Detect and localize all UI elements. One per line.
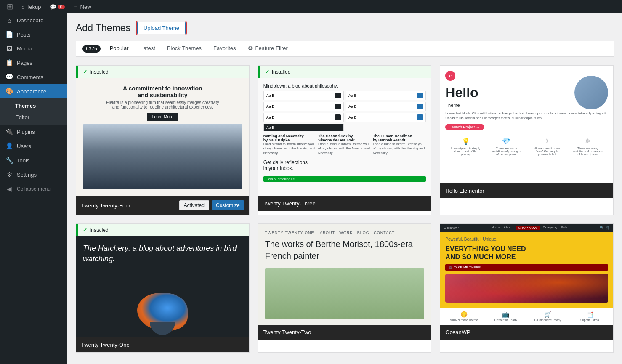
activated-button[interactable]: Activated [179, 200, 209, 210]
ttwo-nav: TWENTY TWENTY-ONE ABOUT WORK BLOG CONTAC… [265, 231, 425, 235]
he-icon-3: ✈ Where does it come from? Contrary to p… [532, 137, 562, 156]
hatchery-bird-image [83, 271, 242, 331]
theme-card-twenty-twenty-four[interactable]: ✓ Installed A commitment to innovationan… [76, 65, 250, 215]
theme-card-twenty-twenty-one[interactable]: ✓ Installed The Hatchery: a blog about a… [76, 223, 250, 353]
pages-icon: 📋 [5, 59, 13, 66]
theme-preview-5: TWENTY TWENTY-ONE ABOUT WORK BLOG CONTAC… [258, 224, 431, 325]
theme-preview-6: OceanWP HomeAbout SHOP NOW CompanySale 🔍… [440, 224, 613, 325]
theme-card-twenty-twenty-two[interactable]: TWENTY TWENTY-ONE ABOUT WORK BLOG CONTAC… [258, 223, 432, 353]
sidebar-item-dashboard[interactable]: ⌂ Dashboard [0, 13, 67, 27]
owp-icon-4: 📑 Superb Extras [569, 311, 610, 321]
theme-card-oceanwp[interactable]: OceanWP HomeAbout SHOP NOW CompanySale 🔍… [440, 223, 614, 353]
hatchery-title: The Hatchery: a blog about adventures in… [83, 243, 242, 264]
ttf-image [83, 124, 242, 189]
sidebar-item-appearance[interactable]: 🎨 Appearance [0, 84, 67, 98]
themes-grid: ✓ Installed A commitment to innovationan… [76, 57, 614, 361]
owp-bottom-icons: 😊 Multi-Purpose Theme 📺 Elementor Ready … [440, 308, 613, 325]
plus-icon: ＋ [73, 3, 79, 11]
cart-icon: 🛒 [544, 311, 551, 318]
collapse-menu[interactable]: ◀ Collapse menu [0, 182, 67, 196]
theme-count-badge[interactable]: 6375 [82, 45, 101, 53]
sidebar-item-media[interactable]: 🖼 Media [0, 42, 67, 56]
ttt-swatch-1: Aa B [263, 91, 344, 100]
installed-banner-4: ✓ Installed [76, 224, 249, 236]
ttt-email-badge: Join our mailing list [263, 176, 426, 182]
ttwo-title: The works of Berthe Morisot, 1800s-era F… [265, 238, 425, 262]
ttt-swatch-3: Aa B [263, 102, 344, 111]
theme-card-hello-elementor[interactable]: e Hello Theme Lorem text block. Click ed… [440, 65, 614, 215]
ttt-newsletter: Get daily reflectionsin your inbox. [263, 159, 426, 171]
sidebar-item-pages[interactable]: 📋 Pages [0, 56, 67, 70]
tab-latest[interactable]: Latest [135, 41, 161, 56]
theme-actions: Activated Customize [179, 200, 244, 210]
settings-icon: ⚙ [5, 171, 13, 178]
theme-name-2: Twenty Twenty-Three [263, 200, 316, 207]
theme-card-twenty-twenty-three[interactable]: ✓ Installed Mindblown: a blog about phil… [258, 65, 432, 215]
appearance-icon: 🎨 [5, 88, 13, 95]
sidebar-item-tools[interactable]: 🔧 Tools [0, 153, 67, 167]
sidebar-item-users[interactable]: 👤 Users [0, 139, 67, 153]
ttt-swatch-7: Aa B [263, 124, 344, 131]
owp-hero-image [445, 274, 608, 303]
ttf-learn-btn: Learn More [147, 113, 178, 121]
media-icon: 🖼 [5, 45, 13, 52]
owp-nav: OceanWP HomeAbout SHOP NOW CompanySale 🔍… [440, 224, 613, 232]
lightbulb-icon: 💡 [462, 137, 470, 145]
theme-footer-4: Twenty Twenty-One [76, 337, 249, 352]
installed-label: Installed [90, 69, 109, 75]
owp-body: Powerful. Beautiful. Unique. EVERYTHING … [440, 232, 613, 308]
owp-cta-btn: 🛒 TAKE ME THERE [445, 264, 608, 271]
ttf-body: Elektra is a pioneering firm that seamle… [83, 100, 242, 109]
he-icon-4: ❄ There are many variations of passages … [573, 137, 603, 156]
plugins-icon: 🔌 [5, 128, 13, 136]
theme-name-5: Twenty Twenty-Two [263, 329, 311, 335]
ttt-header: Mindblown: a blog about philosophy. [263, 83, 426, 88]
he-launch-btn[interactable]: Launch Project → [445, 124, 484, 130]
users-icon: 👤 [5, 142, 13, 150]
theme-preview-4: The Hatchery: a blog about adventures in… [76, 236, 249, 337]
customize-button[interactable]: Customize [212, 200, 244, 210]
theme-name-6: OceanWP [445, 329, 470, 335]
ttwo-image [265, 268, 425, 319]
sidebar-item-plugins[interactable]: 🔌 Plugins [0, 125, 67, 139]
tab-popular[interactable]: Popular [104, 41, 135, 56]
theme-footer-3: Hello Elementor [440, 183, 613, 198]
he-body: Lorem text block. Click edit button to c… [445, 111, 608, 120]
upload-theme-button[interactable]: Upload Theme [137, 22, 186, 34]
tab-block-themes[interactable]: Block Themes [161, 41, 207, 56]
theme-footer-2: Twenty Twenty-Three [258, 196, 431, 211]
elementor-icon: 📺 [502, 311, 509, 318]
tab-feature-filter[interactable]: ⚙ Feature Filter [242, 41, 294, 56]
adminbar-comments-link[interactable]: 💬 0 [46, 0, 68, 13]
ttt-palette: Aa B Aa B Aa B Aa B [263, 91, 426, 131]
ttt-swatch-5: Aa B [263, 113, 344, 122]
he-circle-image [574, 76, 608, 109]
sidebar-item-posts[interactable]: 📄 Posts [0, 27, 67, 42]
wp-logo-icon[interactable]: ⊞ [3, 0, 16, 13]
owp-headline: EVERYTHING YOU NEEDAND SO MUCH MORE [445, 245, 608, 261]
admin-bar: ⊞ ⌂ Tekup 💬 0 ＋ New [0, 0, 622, 13]
owp-icon-3: 🛒 E-Commerce Ready [528, 311, 568, 321]
installed-banner: ✓ Installed [76, 66, 249, 78]
theme-preview: A commitment to innovationand sustainabi… [76, 78, 249, 196]
adminbar-new-link[interactable]: ＋ New [70, 0, 95, 13]
theme-footer-6: OceanWP [440, 325, 613, 340]
sidebar-item-settings[interactable]: ⚙ Settings [0, 167, 67, 182]
theme-name-4: Twenty Twenty-One [81, 342, 130, 348]
sidebar-item-comments[interactable]: 💬 Comments [0, 70, 67, 84]
he-icon-1: 💡 Lorem ipsum is simply dummy text of th… [451, 137, 481, 156]
adminbar-site-link[interactable]: ⌂ Tekup [18, 0, 45, 13]
theme-preview-3: e Hello Theme Lorem text block. Click ed… [440, 66, 613, 183]
sidebar-item-editor[interactable]: Editor [0, 112, 67, 123]
installed-label-2: Installed [272, 69, 291, 75]
diamond-icon: 💎 [502, 137, 510, 145]
snowflake-icon: ❄ [585, 137, 590, 145]
theme-footer: Twenty Twenty-Four Activated Customize [76, 196, 249, 215]
owp-tagline: Powerful. Beautiful. Unique. [445, 237, 608, 242]
ttt-swatch-2: Aa B [346, 91, 426, 100]
theme-preview-2: Mindblown: a blog about philosophy. Aa B… [258, 78, 431, 196]
tools-icon: 🔧 [5, 157, 13, 164]
dashboard-icon: ⌂ [5, 17, 13, 24]
sidebar-item-themes[interactable]: Themes [0, 100, 67, 112]
tab-favorites[interactable]: Favorites [207, 41, 242, 56]
